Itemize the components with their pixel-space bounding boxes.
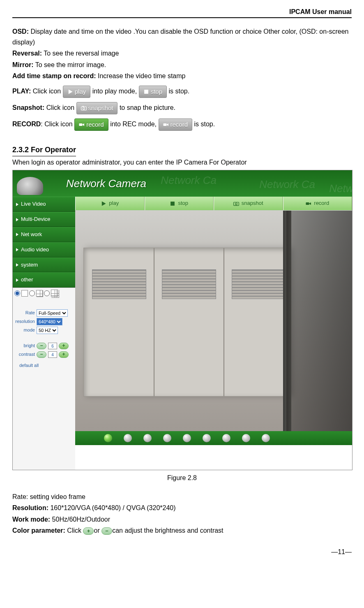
svg-point-12: [235, 203, 237, 205]
arrow-icon: [16, 233, 18, 236]
arrow-icon: [16, 203, 18, 206]
svg-rect-13: [306, 202, 309, 205]
view-radio-1[interactable]: [14, 290, 20, 296]
minus-pill-img: −: [101, 527, 112, 535]
play-icon: [101, 201, 106, 207]
page-number: —11—: [12, 548, 352, 556]
rate-line: Rate: setting video frame: [12, 492, 352, 502]
sidebar-item-live-video[interactable]: Live Video: [13, 197, 75, 212]
snapshot-pre: Click icon: [44, 104, 76, 111]
section-heading: 2.3.2 For Operator: [12, 144, 76, 156]
bright-value: 6: [48, 343, 57, 349]
view-mode-row: [14, 290, 74, 297]
snapshot-post: to snap the picture.: [120, 104, 175, 111]
orb-indicator[interactable]: [183, 434, 191, 442]
body-text: OSD: Display date and time on the video …: [12, 26, 352, 536]
svg-marker-6: [83, 123, 84, 126]
resolution-label: resolution: [14, 318, 35, 325]
bright-minus-button[interactable]: −: [37, 343, 46, 349]
timestamp-text: Increase the video time stamp: [96, 72, 186, 79]
view-layout-1[interactable]: [21, 290, 28, 297]
svg-marker-0: [69, 89, 73, 94]
toolbar-play-button[interactable]: play: [75, 197, 145, 210]
sidebar-item-system[interactable]: system: [13, 258, 75, 273]
rate-select[interactable]: Full-Speed: [37, 309, 68, 317]
plus-pill-img: +: [83, 527, 94, 535]
colorparam-label: Color parameter:: [12, 527, 65, 534]
orb-indicator[interactable]: [242, 434, 250, 442]
orb-indicator-active[interactable]: [104, 434, 112, 442]
timestamp-label: Add time stamp on record:: [12, 72, 96, 79]
resolution-text: 160*120/VGA (640*480) / QVGA (320*240): [48, 504, 176, 511]
orb-indicator[interactable]: [124, 434, 132, 442]
contrast-value: 4: [48, 351, 57, 358]
banner-title: Network Camera: [66, 175, 146, 193]
view-radio-3[interactable]: [44, 290, 50, 296]
view-layout-4[interactable]: [36, 290, 43, 297]
section-text: When login as operator administrator, yo…: [12, 157, 352, 168]
svg-rect-4: [82, 106, 84, 107]
contrast-label: contrast: [14, 351, 35, 358]
resolution-select[interactable]: 640*480: [37, 318, 62, 325]
orb-indicator[interactable]: [222, 434, 230, 442]
mirror-text: To see the mirror image.: [34, 61, 106, 68]
play-post: is stop.: [168, 88, 189, 95]
svg-rect-5: [79, 123, 83, 126]
svg-marker-9: [102, 201, 106, 206]
stop-icon: [143, 89, 149, 95]
record-button-on-img: record: [74, 118, 108, 131]
colorparam-post: can adjust the brightness and contrast: [112, 527, 223, 534]
toolbar: play stop snapshot record: [75, 197, 352, 211]
camera-icon: [81, 105, 87, 111]
default-all-link[interactable]: default all: [14, 362, 74, 369]
screenshot-figure: Network Camera Network Ca Network Ca Net…: [12, 170, 352, 470]
colorparam-mid: or: [94, 527, 101, 534]
play-label: PLAY:: [12, 88, 31, 95]
orb-indicator[interactable]: [203, 434, 211, 442]
arrow-icon: [16, 278, 18, 282]
bottom-control-bar: [75, 431, 352, 445]
contrast-plus-button[interactable]: +: [59, 351, 69, 358]
view-radio-2[interactable]: [29, 290, 35, 296]
sidebar-item-other[interactable]: other: [13, 272, 75, 288]
contrast-minus-button[interactable]: −: [37, 351, 46, 358]
ghost-text: Network Ca: [161, 172, 217, 189]
svg-rect-10: [171, 202, 175, 206]
camera-graphic: [17, 172, 54, 195]
orb-indicator[interactable]: [143, 434, 152, 442]
record-label: RECORD: [12, 121, 41, 128]
osd-text: Display date and time on the video .You …: [12, 28, 349, 46]
arrow-icon: [16, 248, 18, 251]
sidebar-settings-panel: Rate Full-Speed resolution 640*480 mode …: [13, 288, 75, 470]
svg-marker-8: [167, 123, 168, 126]
sidebar-item-multi-device[interactable]: Multi-Device: [13, 212, 75, 227]
orb-indicator[interactable]: [163, 434, 171, 442]
bright-plus-button[interactable]: +: [59, 343, 69, 349]
svg-rect-7: [163, 123, 166, 126]
sidebar-item-audio-video[interactable]: Audio video: [13, 242, 75, 258]
ghost-text: Network Ca: [329, 180, 352, 197]
camcorder-icon: [79, 122, 85, 128]
toolbar-stop-button[interactable]: stop: [145, 197, 214, 210]
workmode-label: Work mode:: [12, 516, 50, 523]
arrow-icon: [16, 263, 18, 267]
page-header: IPCAM User manual: [12, 8, 352, 18]
svg-point-3: [83, 107, 85, 109]
sidebar-item-network[interactable]: Net work: [13, 227, 75, 242]
sidebar: Live Video Multi-Device Net work Audio v…: [13, 197, 75, 470]
reversal-text: To see the reversal image: [42, 50, 119, 57]
toolbar-record-button[interactable]: record: [283, 197, 352, 210]
ghost-text: Network Ca: [259, 176, 315, 193]
camcorder-icon: [306, 201, 311, 207]
resolution-label: Resolution:: [12, 504, 48, 511]
mode-select[interactable]: 50 HZ: [37, 327, 58, 334]
toolbar-snapshot-button[interactable]: snapshot: [214, 197, 283, 210]
record-post: is stop.: [194, 121, 215, 128]
banner: Network Camera Network Ca Network Ca Net…: [13, 170, 352, 197]
reversal-label: Reversal:: [12, 50, 42, 57]
colorparam-pre: Click: [65, 527, 83, 534]
view-layout-9[interactable]: [51, 290, 58, 297]
orb-indicator[interactable]: [262, 434, 270, 442]
record-mid: into REC mode,: [110, 121, 158, 128]
record-pre: : Click icon: [41, 121, 74, 128]
